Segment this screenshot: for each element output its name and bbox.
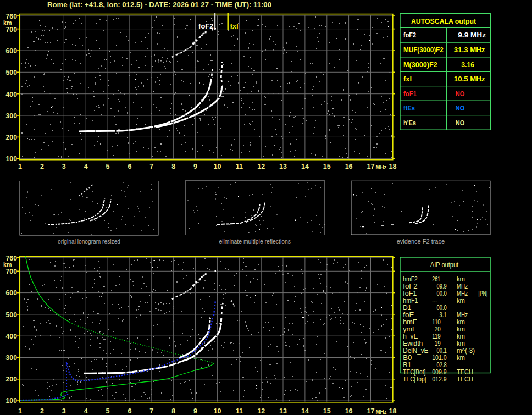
svg-text:3.16: 3.16 [461, 60, 474, 69]
svg-text:MHz: MHz [457, 311, 468, 319]
svg-text:foF2: foF2 [403, 31, 416, 39]
svg-text:700: 700 [6, 26, 18, 34]
svg-text:20: 20 [435, 325, 441, 333]
svg-text:m^(-3): m^(-3) [457, 347, 475, 355]
svg-text:1: 1 [18, 407, 22, 415]
svg-text:15: 15 [323, 163, 331, 170]
svg-text:5: 5 [106, 163, 110, 170]
svg-text:31.3 MHz: 31.3 MHz [454, 46, 485, 54]
svg-text:14: 14 [301, 407, 309, 415]
svg-text:18: 18 [389, 163, 396, 170]
svg-text:km: km [457, 354, 465, 362]
svg-text:400: 400 [6, 333, 18, 340]
svg-text:2: 2 [40, 163, 44, 170]
svg-text:110: 110 [432, 318, 441, 326]
svg-text:700: 700 [6, 268, 18, 275]
svg-text:M(3000)F2: M(3000)F2 [403, 60, 437, 69]
svg-text:TEC[Top]: TEC[Top] [403, 375, 426, 383]
svg-text:2: 2 [40, 407, 44, 415]
svg-text:fxl: fxl [403, 75, 412, 83]
svg-text:[PN]: [PN] [479, 290, 488, 297]
svg-text:hmE: hmE [403, 318, 417, 326]
svg-text:16: 16 [345, 407, 353, 415]
svg-text:B1: B1 [403, 361, 411, 369]
svg-text:TECU: TECU [457, 368, 473, 376]
svg-text:foF2: foF2 [403, 283, 418, 290]
svg-text:500: 500 [6, 311, 18, 319]
svg-text:NO: NO [456, 104, 464, 112]
svg-text:km: km [457, 318, 465, 326]
svg-text:600: 600 [6, 47, 18, 55]
svg-text:AUTOSCALA output: AUTOSCALA output [411, 17, 476, 25]
svg-text:15: 15 [323, 407, 331, 415]
svg-text:200: 200 [6, 134, 18, 141]
svg-text:1: 1 [18, 163, 22, 170]
svg-text:6: 6 [128, 407, 131, 415]
svg-text:MHz: MHz [457, 283, 468, 290]
svg-text:foF2: foF2 [198, 22, 213, 30]
svg-text:eliminate multiple reflections: eliminate multiple reflections [219, 238, 291, 245]
svg-text:300: 300 [6, 112, 18, 120]
svg-text:---: --- [432, 297, 437, 305]
svg-text:AIP output: AIP output [430, 261, 459, 269]
svg-text:00.1: 00.1 [437, 347, 447, 355]
svg-text:km: km [457, 297, 465, 305]
svg-text:NO: NO [456, 90, 464, 98]
svg-text:4: 4 [84, 407, 88, 415]
svg-text:B0: B0 [403, 354, 412, 362]
svg-text:evidence F2 trace: evidence F2 trace [397, 238, 445, 245]
svg-text:300: 300 [6, 354, 18, 362]
svg-text:original ionogram resized: original ionogram resized [58, 238, 120, 245]
svg-text:TECU: TECU [457, 375, 473, 383]
svg-text:8: 8 [171, 163, 175, 170]
svg-text:100: 100 [6, 155, 18, 163]
svg-text:ymE: ymE [403, 325, 417, 333]
svg-text:10: 10 [213, 407, 221, 415]
svg-text:h'Es: h'Es [403, 119, 416, 127]
svg-text:km: km [457, 340, 465, 347]
svg-text:MUF(3000)F2: MUF(3000)F2 [403, 46, 444, 54]
svg-text:09.9: 09.9 [437, 283, 447, 290]
svg-text:17: 17 [367, 407, 375, 415]
svg-text:4: 4 [84, 163, 88, 170]
svg-text:012.9: 012.9 [432, 375, 447, 383]
svg-text:500: 500 [6, 69, 18, 76]
svg-text:km: km [457, 275, 465, 283]
svg-text:00.0: 00.0 [437, 304, 447, 312]
svg-text:101.0: 101.0 [432, 354, 447, 362]
svg-text:Rome (lat: +41.8, lon: 012.5): Rome (lat: +41.8, lon: 012.5) - DATE: 20… [47, 1, 271, 9]
svg-text:9: 9 [193, 163, 197, 170]
svg-text:12: 12 [257, 163, 265, 170]
svg-text:3.1: 3.1 [439, 311, 446, 319]
svg-text:km: km [457, 325, 465, 333]
svg-text:11: 11 [236, 163, 243, 170]
svg-text:6: 6 [128, 163, 131, 170]
svg-text:14: 14 [301, 163, 309, 170]
svg-text:9.9 MHz: 9.9 MHz [458, 31, 486, 39]
svg-text:8: 8 [171, 407, 175, 415]
svg-text:19: 19 [435, 340, 441, 347]
svg-text:10.5 MHz: 10.5 MHz [454, 75, 485, 83]
svg-text:261: 261 [432, 275, 440, 283]
svg-text:h_vE: h_vE [403, 333, 418, 340]
svg-text:00.0: 00.0 [437, 290, 447, 297]
svg-text:3: 3 [62, 407, 66, 415]
svg-text:km: km [457, 333, 465, 340]
svg-text:MHz: MHz [376, 408, 387, 415]
svg-text:119: 119 [432, 333, 441, 340]
svg-text:TEC[Bot]: TEC[Bot] [403, 368, 425, 376]
svg-text:fxl: fxl [230, 22, 239, 30]
svg-text:D1: D1 [403, 304, 411, 312]
svg-text:9: 9 [193, 407, 197, 415]
svg-text:ftEs: ftEs [403, 104, 415, 112]
svg-text:hmF2: hmF2 [403, 275, 418, 283]
svg-text:Ewidth: Ewidth [403, 340, 423, 347]
svg-text:foF1: foF1 [403, 90, 417, 98]
svg-text:13: 13 [279, 163, 287, 170]
svg-text:7: 7 [149, 407, 153, 415]
svg-text:600: 600 [6, 289, 18, 297]
svg-text:hmF1: hmF1 [403, 297, 418, 305]
svg-text:009.9: 009.9 [432, 368, 447, 376]
svg-text:13: 13 [279, 407, 287, 415]
svg-text:18: 18 [389, 407, 396, 415]
